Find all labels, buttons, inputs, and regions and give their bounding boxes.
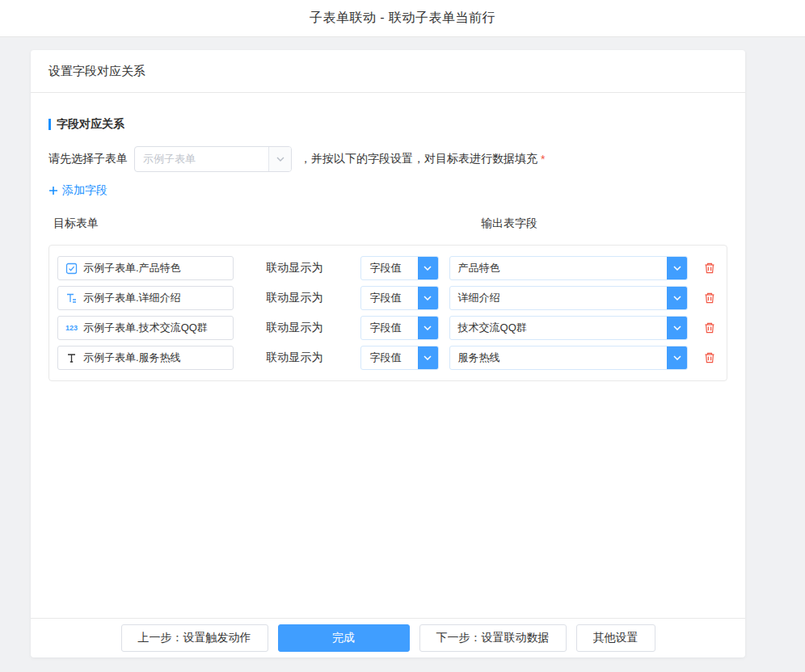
chevron-down-icon[interactable] [418,257,438,279]
mapping-row: 示例子表单.详细介绍 联动显示为 字段值 详细介绍 [57,285,719,311]
chevron-down-icon[interactable] [418,346,438,369]
chevron-down-icon[interactable] [667,287,687,309]
value-type-select-value: 字段值 [361,346,417,369]
mapping-row: 123 示例子表单.技术交流QQ群 联动显示为 字段值 技术交流QQ群 [57,315,719,341]
number-icon: 123 [65,325,78,332]
plus-icon [48,186,58,195]
output-field-select-value: 详细介绍 [450,287,668,309]
column-header-target: 目标表单 [53,216,99,231]
relation-label: 联动显示为 [266,291,360,305]
mapping-row: 示例子表单.服务热线 联动显示为 字段值 服务热线 [57,345,719,371]
value-type-select[interactable]: 字段值 [360,316,438,340]
delete-row-button[interactable] [701,289,719,307]
chevron-down-icon[interactable] [418,317,438,339]
text-icon [65,352,78,364]
next-step-button[interactable]: 下一步：设置联动数据 [419,624,567,652]
panel-body: 字段对应关系 请先选择子表单 示例子表单 ，并按以下的字段设置，对目标表进行数据… [31,93,745,618]
panel-title: 设置字段对应关系 [31,50,745,93]
column-headers: 目标表单 输出表字段 [48,216,727,233]
relation-label: 联动显示为 [266,321,360,335]
value-type-select-value: 字段值 [361,287,417,309]
delete-row-button[interactable] [701,319,719,337]
value-type-select[interactable]: 字段值 [360,286,438,310]
prev-step-button[interactable]: 上一步：设置触发动作 [121,624,268,652]
target-field-label: 示例子表单.服务热线 [83,351,181,365]
value-type-select[interactable]: 字段值 [360,346,438,370]
chevron-down-icon[interactable] [667,257,687,279]
section-title-label: 字段对应关系 [57,117,124,132]
textarea-icon [65,292,78,304]
other-settings-button[interactable]: 其他设置 [576,624,655,652]
output-field-select-value: 技术交流QQ群 [450,317,668,339]
column-header-output: 输出表字段 [481,216,537,231]
output-field-select[interactable]: 服务热线 [449,346,689,370]
output-field-select-value: 服务热线 [450,346,668,369]
page-title: 子表单联动 - 联动子表单当前行 [310,10,495,27]
output-field-select[interactable]: 技术交流QQ群 [449,316,689,340]
target-field-box[interactable]: 示例子表单.产品特色 [57,256,234,280]
chevron-down-icon[interactable] [667,317,687,339]
mapping-row: 示例子表单.产品特色 联动显示为 字段值 产品特色 [57,255,719,281]
selector-hint-text: ，并按以下的字段设置，对目标表进行数据填充 [300,152,537,166]
target-field-label: 示例子表单.产品特色 [83,261,181,275]
field-mapping-panel: 设置字段对应关系 字段对应关系 请先选择子表单 示例子表单 ，并按以下的字段设置… [31,50,745,657]
subform-selector-row: 请先选择子表单 示例子表单 ，并按以下的字段设置，对目标表进行数据填充 * [48,146,727,172]
target-field-box[interactable]: 示例子表单.详细介绍 [57,286,234,310]
page-header: 子表单联动 - 联动子表单当前行 [0,0,805,37]
add-field-link[interactable]: 添加字段 [48,183,107,198]
required-asterisk: * [541,153,545,166]
panel-footer: 上一步：设置触发动作 完成 下一步：设置联动数据 其他设置 [31,618,745,657]
add-field-label: 添加字段 [62,183,107,198]
subform-select-value: 示例子表单 [135,147,268,171]
relation-label: 联动显示为 [266,261,360,275]
chevron-down-icon[interactable] [418,287,438,309]
delete-row-button[interactable] [701,259,719,277]
value-type-select-value: 字段值 [361,257,417,279]
output-field-select-value: 产品特色 [450,257,668,279]
subform-select[interactable]: 示例子表单 [134,146,292,172]
mapping-rows-container: 示例子表单.产品特色 联动显示为 字段值 产品特色 [48,245,727,381]
subform-select-label: 请先选择子表单 [48,152,128,166]
output-field-select[interactable]: 产品特色 [449,256,689,280]
delete-row-button[interactable] [701,349,719,367]
target-field-box[interactable]: 示例子表单.服务热线 [57,346,234,370]
chevron-down-icon[interactable] [268,147,291,171]
target-field-box[interactable]: 123 示例子表单.技术交流QQ群 [57,316,234,340]
chevron-down-icon[interactable] [667,346,687,369]
value-type-select[interactable]: 字段值 [360,256,438,280]
done-button[interactable]: 完成 [278,624,410,652]
value-type-select-value: 字段值 [361,317,417,339]
target-field-label: 示例子表单.详细介绍 [83,291,181,305]
relation-label: 联动显示为 [266,351,360,365]
checkbox-icon [65,262,78,275]
section-title: 字段对应关系 [48,117,727,132]
target-field-label: 示例子表单.技术交流QQ群 [83,321,208,335]
output-field-select[interactable]: 详细介绍 [449,286,689,310]
section-accent-bar [48,119,51,130]
